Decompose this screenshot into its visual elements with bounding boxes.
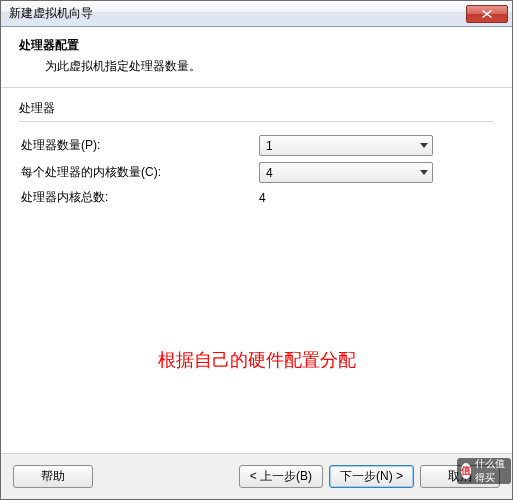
- chevron-down-icon: [420, 170, 428, 175]
- cores-per-processor-value: 4: [266, 166, 273, 180]
- overlay-annotation: 根据自己的硬件配置分配: [1, 348, 512, 372]
- cores-per-processor-select[interactable]: 4: [259, 162, 433, 183]
- window-title: 新建虚拟机向导: [9, 5, 93, 22]
- close-button[interactable]: [466, 5, 508, 23]
- group-separator: [19, 121, 494, 122]
- wizard-header: 处理器配置 为此虚拟机指定处理器数量。: [1, 27, 512, 88]
- watermark-text: 什么值得买: [475, 457, 507, 485]
- page-title: 处理器配置: [19, 37, 498, 54]
- watermark: 值 什么值得买: [457, 458, 511, 484]
- row-cores-per-processor: 每个处理器的内核数量(C): 4: [19, 159, 494, 186]
- total-cores-label: 处理器内核总数:: [19, 189, 259, 206]
- processor-count-value: 1: [266, 139, 273, 153]
- titlebar: 新建虚拟机向导: [1, 1, 512, 27]
- group-label: 处理器: [19, 100, 494, 117]
- back-button[interactable]: < 上一步(B): [239, 465, 323, 488]
- wizard-dialog: 新建虚拟机向导 处理器配置 为此虚拟机指定处理器数量。 处理器 处理器数量(P)…: [0, 0, 513, 500]
- total-cores-value: 4: [259, 191, 494, 205]
- content-area: 处理器 处理器数量(P): 1 每个处理器的内核数量(C): 4 处理器内核总数…: [1, 88, 512, 453]
- help-button[interactable]: 帮助: [13, 465, 93, 488]
- watermark-logo-icon: 值: [461, 463, 471, 479]
- page-subtitle: 为此虚拟机指定处理器数量。: [19, 58, 498, 75]
- footer: 帮助 < 上一步(B) 下一步(N) > 取消: [1, 453, 512, 499]
- processor-count-label: 处理器数量(P):: [19, 137, 259, 154]
- cores-per-processor-label: 每个处理器的内核数量(C):: [19, 164, 259, 181]
- next-button[interactable]: 下一步(N) >: [329, 465, 414, 488]
- row-total-cores: 处理器内核总数: 4: [19, 186, 494, 209]
- close-icon: [482, 10, 492, 18]
- chevron-down-icon: [420, 143, 428, 148]
- row-processor-count: 处理器数量(P): 1: [19, 132, 494, 159]
- processor-count-select[interactable]: 1: [259, 135, 433, 156]
- processors-group: 处理器 处理器数量(P): 1 每个处理器的内核数量(C): 4 处理器内核总数…: [1, 88, 512, 209]
